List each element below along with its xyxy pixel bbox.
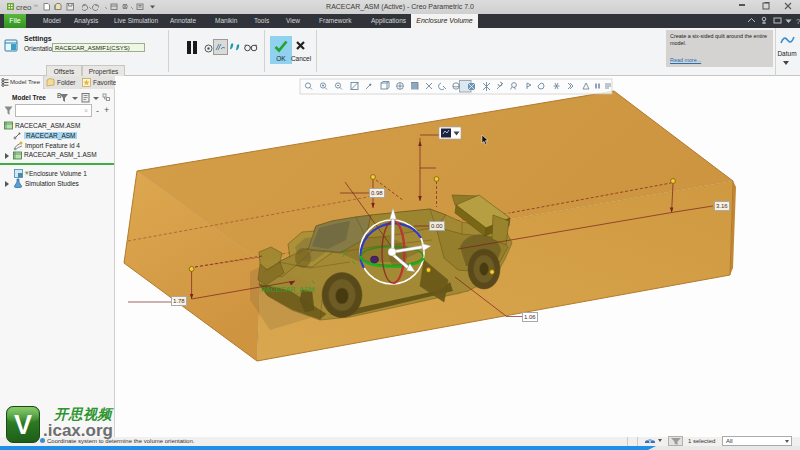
svg-text:?: ? (796, 17, 800, 26)
svg-text:™: ™ (33, 3, 38, 9)
svg-text:creo: creo (16, 3, 32, 12)
svg-text:RACECAR_ASM: RACECAR_ASM (261, 286, 314, 294)
